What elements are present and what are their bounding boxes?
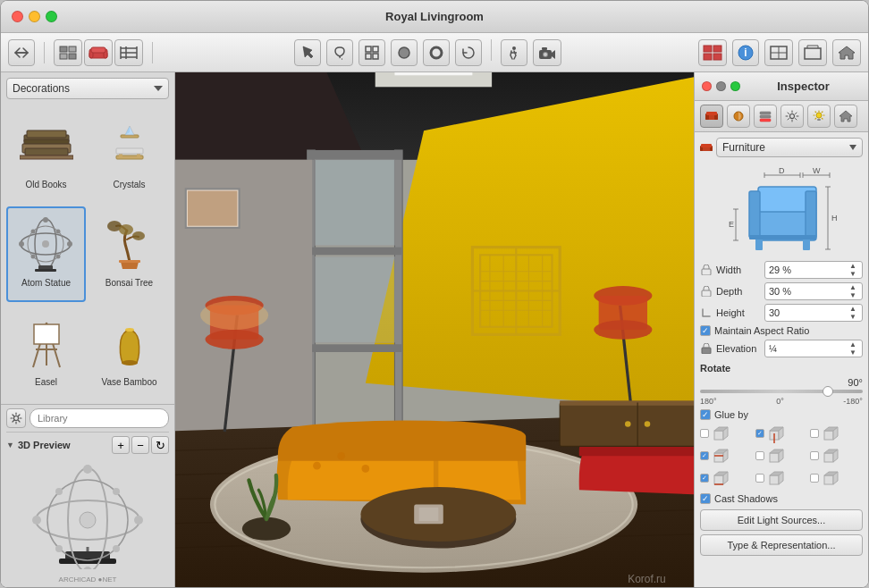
left-panel-bottom: ▼ 3D Preview + − ↻: [1, 404, 174, 587]
glue-checkbox-0[interactable]: [700, 429, 709, 438]
lasso-tool-button[interactable]: [326, 39, 353, 66]
height-input[interactable]: 30 ▲ ▼: [764, 304, 863, 322]
glue-checkbox-7[interactable]: [755, 474, 764, 483]
item-easel-thumb: [14, 311, 79, 375]
rotate-slider-handle[interactable]: [823, 386, 833, 397]
insp-max-dot[interactable]: [730, 81, 740, 91]
3d-viewport[interactable]: Korof.ru: [175, 72, 694, 587]
item-old-books[interactable]: Old Books: [6, 108, 86, 203]
svg-rect-138: [419, 508, 439, 521]
item-easel[interactable]: Easel: [6, 306, 86, 400]
home-button[interactable]: [832, 39, 861, 66]
svg-rect-196: [824, 431, 833, 440]
elevation-input[interactable]: ¼ ▲ ▼: [764, 340, 863, 357]
rotate-slider[interactable]: [700, 390, 863, 393]
svg-rect-203: [770, 453, 779, 462]
depth-decrement[interactable]: ▼: [848, 291, 858, 299]
svg-rect-168: [803, 238, 810, 250]
zoom-out-button[interactable]: −: [131, 436, 149, 454]
width-increment[interactable]: ▲: [848, 262, 858, 270]
svg-point-58: [31, 254, 36, 258]
height-increment[interactable]: ▲: [848, 305, 858, 313]
rotate-labels: 180° 0° -180°: [700, 397, 863, 406]
depth-lock-icon: [700, 285, 713, 298]
back-button[interactable]: [8, 39, 35, 66]
elevation-view-button[interactable]: [798, 39, 827, 66]
camera-tool-button[interactable]: [533, 39, 561, 66]
width-input[interactable]: 29 % ▲ ▼: [764, 261, 863, 279]
maintain-aspect-ratio-checkbox[interactable]: ✓: [700, 325, 711, 336]
ring-tool-button[interactable]: [423, 39, 450, 66]
item-old-books-thumb: [14, 113, 79, 178]
furniture-diagram: D W H: [700, 164, 863, 254]
elevation-increment[interactable]: ▲: [848, 340, 858, 349]
walk-tool-button[interactable]: [501, 39, 527, 66]
rotate-mid-label: 0°: [776, 397, 784, 406]
circle-tool-button[interactable]: [391, 39, 418, 66]
gear-button[interactable]: [6, 408, 26, 428]
glue-checkbox-5[interactable]: [810, 451, 819, 460]
zoom-in-button[interactable]: +: [112, 436, 130, 454]
floor-plan-button[interactable]: [54, 39, 82, 66]
glue-checkbox-2[interactable]: [810, 429, 819, 438]
insp-close-dot[interactable]: [702, 81, 712, 91]
svg-point-56: [56, 254, 61, 258]
width-decrement[interactable]: ▼: [848, 270, 858, 278]
select-tool-button[interactable]: [294, 39, 321, 66]
maximize-button[interactable]: [46, 11, 57, 22]
maintain-aspect-ratio-row: ✓ Maintain Aspect Ratio: [700, 325, 863, 336]
glue-by-checkbox[interactable]: ✓: [700, 409, 711, 420]
height-label: Height: [716, 307, 761, 318]
room-background: Korof.ru: [175, 72, 694, 587]
rotate-tool-button[interactable]: [455, 39, 482, 66]
category-dropdown[interactable]: Decorations: [6, 78, 169, 99]
svg-rect-34: [805, 48, 821, 59]
glue-checkbox-4[interactable]: [755, 451, 764, 460]
minimize-button[interactable]: [29, 11, 40, 22]
cast-shadows-checkbox[interactable]: ✓: [700, 493, 711, 504]
svg-rect-187: [702, 290, 711, 297]
sofa-button[interactable]: [84, 39, 113, 66]
svg-rect-2: [60, 54, 67, 59]
inspector-tab-settings[interactable]: [780, 105, 804, 128]
svg-point-143: [625, 421, 631, 427]
list-button[interactable]: [114, 39, 143, 66]
svg-rect-209: [714, 475, 723, 484]
grid-tool-button[interactable]: [359, 39, 385, 66]
svg-rect-216: [824, 475, 833, 484]
depth-increment[interactable]: ▲: [848, 283, 858, 291]
height-decrement[interactable]: ▼: [848, 313, 858, 321]
glue-cube-3: [711, 446, 730, 466]
item-atom-statue[interactable]: Atom Statue: [6, 206, 86, 301]
close-button[interactable]: [12, 11, 23, 22]
depth-stepper: ▲ ▼: [848, 283, 858, 299]
glue-checkbox-8[interactable]: [810, 474, 819, 483]
search-input[interactable]: [30, 408, 169, 428]
elevation-decrement[interactable]: ▼: [848, 349, 858, 357]
depth-input[interactable]: 30 % ▲ ▼: [764, 282, 863, 300]
items-grid: Old Books: [1, 105, 174, 404]
svg-point-63: [132, 231, 145, 240]
inspector-tab-furniture[interactable]: [700, 105, 723, 128]
glue-checkbox-3[interactable]: ✓: [700, 451, 709, 460]
insp-min-dot[interactable]: [716, 81, 726, 91]
rotate-max-label: -180°: [843, 397, 863, 406]
glue-checkbox-6[interactable]: ✓: [700, 474, 709, 483]
item-crystals[interactable]: Crystals: [89, 108, 169, 203]
glue-checkbox-1[interactable]: ✓: [755, 429, 764, 438]
inspector-tab-house[interactable]: [834, 105, 857, 128]
inspector-tab-light[interactable]: [807, 105, 831, 128]
svg-rect-27: [704, 54, 712, 60]
furniture-category-select[interactable]: Furniture: [716, 138, 863, 157]
info-button[interactable]: i: [732, 39, 759, 66]
inspector-tab-material[interactable]: [727, 105, 750, 128]
edit-light-sources-button[interactable]: Edit Light Sources...: [700, 509, 863, 531]
width-label: Width: [716, 265, 761, 275]
plan-view-button[interactable]: [764, 39, 793, 66]
type-representation-button[interactable]: Type & Representation...: [700, 534, 863, 556]
item-vase-bamboo[interactable]: Vase Bamboo: [89, 306, 169, 400]
rooms-button[interactable]: [698, 39, 727, 66]
rotate-view-button[interactable]: ↻: [151, 436, 169, 454]
item-bonsai-tree[interactable]: Bonsai Tree: [89, 206, 169, 301]
inspector-tab-layers[interactable]: [754, 105, 777, 128]
